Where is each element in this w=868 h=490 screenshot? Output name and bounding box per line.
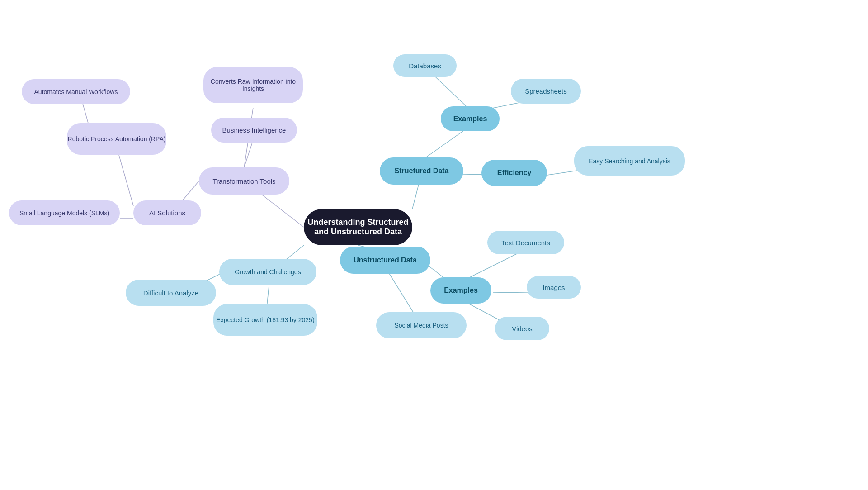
efficiency-node: Efficiency (481, 160, 547, 186)
transformation-tools-node: Transformation Tools (199, 167, 289, 195)
text-documents-node: Text Documents (487, 231, 564, 254)
spreadsheets-node: Spreadsheets (511, 79, 581, 104)
center-node: Understanding Structured and Unstructure… (304, 209, 412, 245)
converts-raw-node: Converts Raw Information into Insights (203, 67, 303, 103)
slm-node: Small Language Models (SLMs) (9, 200, 120, 225)
examples-structured-node: Examples (441, 106, 500, 131)
expected-growth-node: Expected Growth (181.93 by 2025) (213, 304, 317, 336)
unstructured-data-node: Unstructured Data (340, 247, 430, 274)
databases-node: Databases (393, 54, 457, 77)
social-media-node: Social Media Posts (376, 312, 467, 338)
rpa-node: Robotic Process Automation (RPA) (67, 123, 166, 155)
growth-challenges-node: Growth and Challenges (219, 259, 316, 285)
ai-solutions-node: AI Solutions (133, 200, 201, 225)
videos-node: Videos (495, 317, 549, 340)
examples-unstructured-node: Examples (430, 277, 491, 304)
automates-node: Automates Manual Workflows (22, 79, 130, 104)
structured-data-node: Structured Data (380, 157, 463, 185)
business-intelligence-node: Business Intelligence (211, 118, 297, 143)
svg-line-4 (117, 147, 133, 206)
easy-searching-node: Easy Searching and Analysis (574, 146, 685, 176)
images-node: Images (527, 276, 581, 299)
difficult-analyze-node: Difficult to Analyze (126, 280, 216, 306)
